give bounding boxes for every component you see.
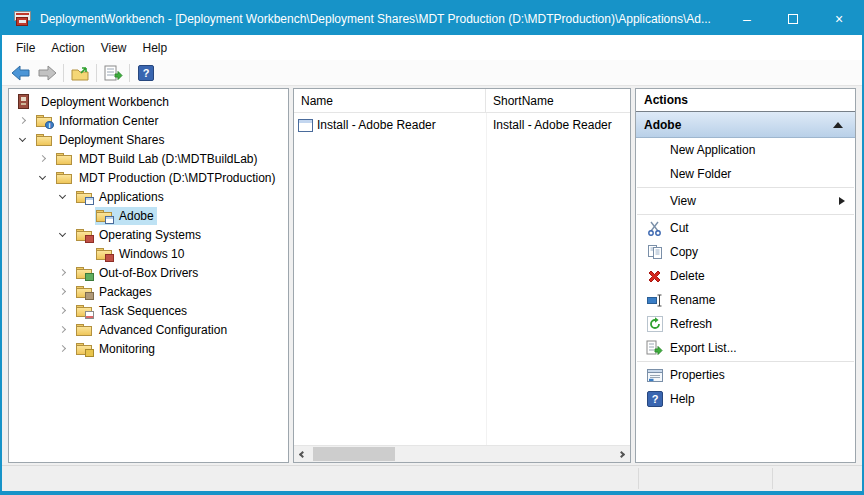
console-tree-pane: Deployment Workbench Information Center …: [8, 88, 289, 463]
actions-group-label: Adobe: [644, 118, 681, 132]
folder-info-icon: [36, 114, 53, 128]
folder-package-icon: [76, 285, 93, 299]
close-button[interactable]: ×: [816, 2, 862, 35]
actions-pane-title: Actions: [636, 89, 855, 112]
no-icon: [646, 193, 663, 209]
tree-item-mdt-build-lab[interactable]: MDT Build Lab (D:\MDTBuildLab): [9, 149, 288, 168]
expander-collapsed-icon[interactable]: [55, 282, 75, 301]
toolbar-separator: [129, 64, 130, 82]
deployment-workbench-window: DeploymentWorkbench - [Deployment Workbe…: [0, 0, 864, 495]
submenu-arrow-icon: [839, 197, 845, 205]
folder-os-icon: [76, 228, 93, 242]
scrollbar-thumb[interactable]: [313, 447, 395, 461]
folder-driver-icon: [76, 266, 93, 280]
forward-button[interactable]: [34, 62, 60, 84]
expander-expanded-icon[interactable]: [15, 130, 35, 149]
action-cut[interactable]: Cut: [636, 216, 855, 240]
folder-icon: [36, 133, 53, 147]
tree-item-monitoring[interactable]: Monitoring: [9, 339, 288, 358]
content-area: Deployment Workbench Information Center …: [2, 86, 862, 465]
folder-icon: [76, 323, 93, 337]
actions-group-adobe[interactable]: Adobe: [636, 112, 855, 138]
expander-collapsed-icon[interactable]: [35, 149, 55, 168]
export-list-icon: [103, 65, 123, 81]
export-list-icon: [646, 340, 663, 356]
actions-separator: [637, 187, 854, 188]
action-new-folder[interactable]: New Folder: [636, 162, 855, 186]
help-button[interactable]: ?: [133, 62, 159, 84]
tree-item-advanced-configuration[interactable]: Advanced Configuration: [9, 320, 288, 339]
titlebar: DeploymentWorkbench - [Deployment Workbe…: [2, 2, 862, 35]
chevron-up-icon[interactable]: [833, 122, 843, 128]
expander-collapsed-icon[interactable]: [15, 111, 35, 130]
expander-none: [75, 244, 95, 263]
action-new-application[interactable]: New Application: [636, 138, 855, 162]
svg-text:?: ?: [143, 67, 150, 79]
column-header-name[interactable]: Name: [294, 89, 486, 112]
export-list-button[interactable]: [100, 62, 126, 84]
workbench-icon: [17, 94, 32, 109]
menu-file[interactable]: File: [8, 38, 43, 58]
folder-icon: [56, 152, 73, 166]
folder-icon: [56, 171, 73, 185]
expander-collapsed-icon[interactable]: [55, 263, 75, 282]
up-one-level-button[interactable]: [67, 62, 93, 84]
menu-help[interactable]: Help: [135, 38, 176, 58]
action-copy[interactable]: Copy: [636, 240, 855, 264]
minimize-button[interactable]: –: [724, 2, 770, 35]
actions-pane: Actions Adobe New Application New Folder…: [635, 88, 856, 463]
expander-collapsed-icon[interactable]: [55, 301, 75, 320]
tree-item-windows-10[interactable]: Windows 10: [9, 244, 288, 263]
tree-item-adobe[interactable]: Adobe: [9, 206, 288, 225]
toolbar-separator: [63, 64, 64, 82]
action-export-list[interactable]: Export List...: [636, 336, 855, 360]
window-title: DeploymentWorkbench - [Deployment Workbe…: [40, 12, 724, 26]
menubar: File Action View Help: [2, 35, 862, 60]
maximize-button[interactable]: [770, 2, 816, 35]
toolbar: ?: [2, 60, 862, 86]
column-header-shortname[interactable]: ShortName: [486, 89, 630, 112]
no-icon: [646, 166, 663, 182]
menu-view[interactable]: View: [93, 38, 135, 58]
tree-item-deployment-shares[interactable]: Deployment Shares: [9, 130, 288, 149]
copy-icon: [646, 244, 663, 260]
statusbar: [2, 465, 862, 491]
expander-expanded-icon[interactable]: [55, 225, 75, 244]
tree-item-information-center[interactable]: Information Center: [9, 111, 288, 130]
back-button[interactable]: [8, 62, 34, 84]
list-row-install-adobe-reader[interactable]: Install - Adobe Reader Install - Adobe R…: [294, 115, 630, 135]
list-cell-name: Install - Adobe Reader: [317, 118, 436, 132]
expander-collapsed-icon[interactable]: [55, 320, 75, 339]
scroll-right-icon[interactable]: [613, 446, 630, 462]
application-icon: [298, 119, 313, 132]
action-rename[interactable]: Rename: [636, 288, 855, 312]
tree-item-out-of-box-drivers[interactable]: Out-of-Box Drivers: [9, 263, 288, 282]
scroll-left-icon[interactable]: [294, 446, 311, 462]
tree-item-packages[interactable]: Packages: [9, 282, 288, 301]
column-grid-line: [486, 113, 487, 445]
tree-item-mdt-production[interactable]: MDT Production (D:\MDTProduction): [9, 168, 288, 187]
list-cell-shortname: Install - Adobe Reader: [486, 118, 630, 132]
up-one-level-icon: [70, 65, 90, 81]
horizontal-scrollbar[interactable]: [294, 445, 630, 462]
action-refresh[interactable]: Refresh: [636, 312, 855, 336]
tree-item-applications[interactable]: Applications: [9, 187, 288, 206]
expander-expanded-icon[interactable]: [35, 168, 55, 187]
action-view[interactable]: View: [636, 189, 855, 213]
folder-application-icon: [96, 209, 113, 223]
menu-action[interactable]: Action: [43, 38, 92, 58]
tree-item-task-sequences[interactable]: Task Sequences: [9, 301, 288, 320]
folder-monitor-icon: [76, 342, 93, 356]
folder-os-icon: [96, 247, 113, 261]
action-delete[interactable]: Delete: [636, 264, 855, 288]
back-icon: [11, 65, 31, 81]
help-icon: ?: [138, 65, 154, 81]
expander-collapsed-icon[interactable]: [55, 339, 75, 358]
expander-expanded-icon[interactable]: [55, 187, 75, 206]
action-properties[interactable]: Properties: [636, 363, 855, 387]
tree-item-operating-systems[interactable]: Operating Systems: [9, 225, 288, 244]
action-help[interactable]: ? Help: [636, 387, 855, 411]
actions-separator: [637, 214, 854, 215]
tree-item-deployment-workbench[interactable]: Deployment Workbench: [9, 92, 288, 111]
rename-icon: [646, 292, 663, 308]
